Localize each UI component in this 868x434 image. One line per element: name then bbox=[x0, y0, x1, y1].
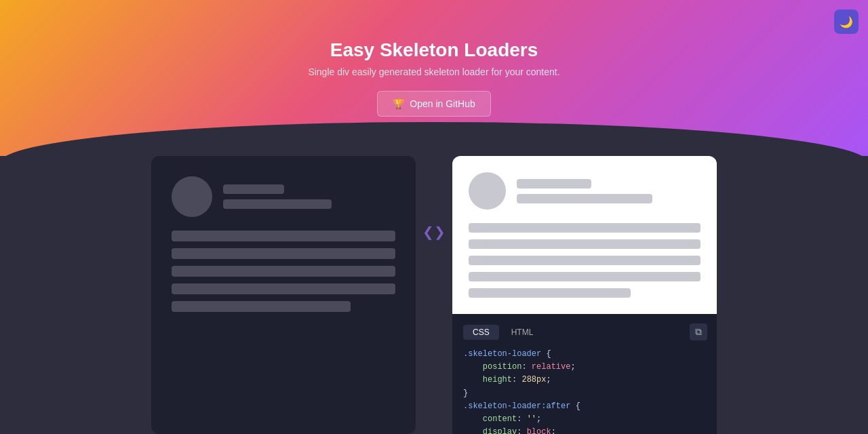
output-skeleton-line bbox=[469, 272, 701, 281]
hero-section: Easy Skeleton Loaders Single div easily … bbox=[0, 0, 868, 156]
tab-html[interactable]: HTML bbox=[502, 325, 543, 340]
output-preview bbox=[452, 156, 717, 314]
output-skeleton-line bbox=[469, 256, 701, 265]
moon-icon: 🌙 bbox=[840, 16, 853, 28]
code-line: height: 288px; bbox=[463, 374, 706, 387]
output-skeleton-line bbox=[517, 194, 652, 203]
github-button[interactable]: 🏆 Open in GitHub bbox=[377, 91, 491, 117]
skeleton-header-lines bbox=[223, 184, 332, 209]
arrow-icon: ❮❯ bbox=[422, 224, 446, 240]
skeleton-line bbox=[223, 199, 332, 209]
skeleton-avatar bbox=[172, 176, 212, 217]
skeleton-preview bbox=[165, 170, 402, 319]
hero-title: Easy Skeleton Loaders bbox=[330, 39, 538, 61]
output-skeleton-header-lines bbox=[517, 179, 652, 203]
code-line: .skeleton-loader:after { bbox=[463, 400, 706, 413]
code-line: position: relative; bbox=[463, 361, 706, 374]
skeleton-line bbox=[172, 301, 351, 312]
right-panel: CSS HTML ⧉ .skeleton-loader { position: … bbox=[452, 156, 717, 434]
code-tabs: CSS HTML bbox=[463, 325, 706, 340]
arrow-divider: ❮❯ bbox=[416, 224, 452, 240]
output-skeleton-line bbox=[517, 179, 591, 189]
output-skeleton-avatar bbox=[469, 172, 506, 210]
output-skeleton-body bbox=[469, 223, 701, 298]
skeleton-header bbox=[172, 176, 395, 217]
output-skeleton-header bbox=[469, 172, 701, 210]
copy-button[interactable]: ⧉ bbox=[690, 323, 707, 340]
trophy-icon: 🏆 bbox=[393, 98, 404, 109]
left-panel bbox=[151, 156, 416, 434]
output-skeleton-line bbox=[469, 288, 631, 298]
github-button-label: Open in GitHub bbox=[410, 98, 475, 109]
left-panel-wrap: ✦ ▭ ◎ Component size width (px) height (… bbox=[151, 156, 416, 434]
skeleton-body-lines bbox=[172, 231, 395, 312]
skeleton-line bbox=[172, 248, 395, 259]
output-skeleton-line bbox=[469, 239, 701, 249]
code-line: content: ''; bbox=[463, 413, 706, 426]
output-skeleton-line bbox=[469, 223, 701, 233]
skeleton-line bbox=[172, 266, 395, 277]
hero-subtitle: Single div easily generated skeleton loa… bbox=[308, 66, 559, 77]
skeleton-line bbox=[172, 283, 395, 294]
skeleton-line bbox=[223, 184, 284, 194]
code-content: .skeleton-loader { position: relative; h… bbox=[463, 348, 706, 434]
main-content: ✦ ▭ ◎ Component size width (px) height (… bbox=[0, 142, 868, 434]
code-panel: CSS HTML ⧉ .skeleton-loader { position: … bbox=[452, 314, 717, 434]
skeleton-line bbox=[172, 231, 395, 241]
dark-mode-toggle[interactable]: 🌙 bbox=[834, 9, 859, 34]
code-line: .skeleton-loader { bbox=[463, 348, 706, 361]
tab-css[interactable]: CSS bbox=[463, 325, 499, 340]
code-line: } bbox=[463, 387, 706, 400]
code-line: display: block; bbox=[463, 426, 706, 434]
